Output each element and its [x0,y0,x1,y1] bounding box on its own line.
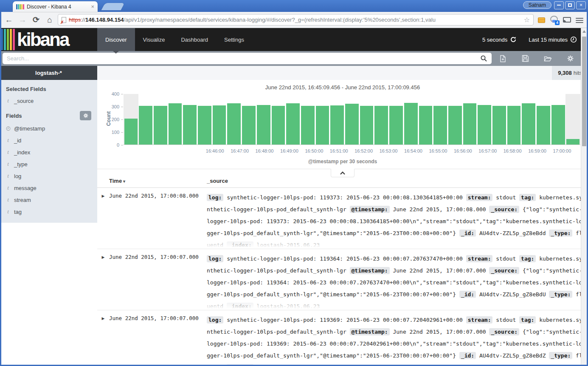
histogram-bar[interactable] [551,94,565,145]
histogram-bar[interactable] [197,94,212,145]
histogram-bar[interactable] [153,94,168,145]
gold-extension-icon[interactable] [536,15,546,25]
extension-badge: 4 [555,20,560,25]
histogram-bar[interactable] [183,94,197,145]
doc-source-summary: log: synthetic-logger-10lps-pod: 119369:… [207,314,588,365]
expand-row-icon[interactable]: ▶ [97,192,109,247]
tab-close-icon[interactable]: × [91,3,94,10]
home-icon[interactable]: ⌂ [44,15,55,25]
histogram-bar[interactable] [168,94,183,145]
window-controls: × [554,1,586,9]
histogram-bar[interactable] [433,94,448,145]
expand-row-icon[interactable]: ▶ [97,253,109,308]
browser-toolbar: ← → ⟳ ⌂ https :// 146.148.94.154 /api/v1… [0,12,588,28]
histogram-bar[interactable] [477,94,492,145]
plot-area: Count 0100200300400 [124,94,580,145]
histogram-bar[interactable] [389,94,404,145]
index-pattern-selector[interactable]: logstash-* [0,66,97,80]
nav-item-dashboard[interactable]: Dashboard [173,28,216,51]
new-tab-button[interactable] [101,3,124,10]
refresh-interval-control[interactable]: 5 seconds [482,36,517,43]
kibana-logo[interactable]: kibana [0,28,97,51]
chromecast-icon[interactable] [562,15,572,25]
scrollbar-up-arrow[interactable] [582,30,586,33]
open-search-icon[interactable] [543,53,554,64]
histogram-bar[interactable] [506,94,521,145]
time-range-label: Last 15 minutes [529,37,568,43]
histogram-bar[interactable] [418,94,433,145]
maximize-button[interactable] [565,1,575,9]
histogram-bar[interactable] [300,94,315,145]
histogram-bar[interactable] [403,94,418,145]
sidebar-field-_type[interactable]: t_type [0,158,97,170]
histogram-bar[interactable] [315,94,330,145]
profile-button[interactable]: Satnam [523,1,551,9]
histogram-bar[interactable] [359,94,374,145]
y-tick-label: 0 [117,142,119,148]
settings-gear-icon[interactable] [565,53,576,64]
kibana-favicon [16,4,24,9]
histogram-bar[interactable] [345,94,360,145]
column-header-time[interactable]: Time▾ [109,178,207,184]
hangouts-phone-icon[interactable]: ☎ 4 [549,15,559,25]
bar-fill [227,103,241,145]
histogram-bar[interactable] [374,94,389,145]
string-type-icon: t [6,196,10,203]
histogram-bar[interactable] [492,94,507,145]
content-area: logstash-* Selected Fields t_source Fiel… [0,66,588,365]
nav-item-visualize[interactable]: Visualize [135,28,173,51]
sidebar-field-message[interactable]: tmessage [0,182,97,194]
x-tick-label: 16:52:00 [354,148,373,153]
minimize-button[interactable] [554,1,564,9]
url-bar[interactable]: https :// 146.148.94.154 /api/v1/proxy/n… [58,14,534,26]
histogram-bar[interactable] [212,94,227,145]
sidebar-field-_index[interactable]: t_index [0,146,97,158]
histogram-bar[interactable] [242,94,256,145]
bar-fill [507,106,521,145]
string-type-icon: t [6,184,10,191]
expand-row-icon[interactable]: ▶ [97,314,109,365]
histogram-bar[interactable] [447,94,462,145]
sidebar-field-stream[interactable]: tstream [0,194,97,206]
search-input[interactable] [3,53,492,64]
field-settings-button[interactable] [80,111,91,120]
sidebar-field-log[interactable]: tlog [0,170,97,182]
histogram-bar[interactable] [271,94,286,145]
search-wrap [3,53,492,64]
histogram-chart: June 22nd 2015, 16:45:09.456 - June 22nd… [97,80,588,165]
histogram-bar[interactable] [462,94,477,145]
histogram-bar[interactable] [565,94,580,145]
chrome-menu-icon[interactable] [574,15,585,25]
histogram-bar[interactable] [138,94,153,145]
clock-icon [6,126,10,131]
bookmark-star-icon[interactable]: ☆ [521,16,530,24]
histogram-bar[interactable] [286,94,301,145]
histogram-bar[interactable] [256,94,271,145]
nav-item-settings[interactable]: Settings [216,28,252,51]
insecure-page-icon[interactable] [62,17,66,23]
collapse-chart-button[interactable] [331,169,354,177]
search-icon[interactable] [480,55,487,62]
histogram-bar[interactable] [227,94,242,145]
sidebar-field-_id[interactable]: t_id [0,134,97,146]
sidebar-field-tag[interactable]: ttag [0,206,97,218]
sidebar-field-_source[interactable]: t_source [0,95,97,107]
bar-fill [463,103,477,145]
scrollbar-thumb[interactable] [582,37,586,146]
histogram-bar[interactable] [536,94,551,145]
back-icon[interactable]: ← [3,15,14,25]
reload-icon[interactable]: ⟳ [31,15,42,25]
nav-item-discover[interactable]: Discover [97,28,135,51]
save-search-icon[interactable] [520,53,531,64]
sidebar-field-@timestamp[interactable]: @timestamp [0,123,97,134]
browser-tab[interactable]: Discover - Kibana 4 × [13,1,98,12]
close-button[interactable]: × [576,1,586,9]
new-search-icon[interactable] [498,53,509,64]
page-scrollbar[interactable] [581,28,587,365]
histogram-bar[interactable] [124,94,138,145]
chevron-up-icon [340,171,346,175]
time-range-control[interactable]: Last 15 minutes [529,36,577,43]
bar-fill [124,119,138,145]
histogram-bar[interactable] [330,94,345,145]
histogram-bar[interactable] [521,94,536,145]
